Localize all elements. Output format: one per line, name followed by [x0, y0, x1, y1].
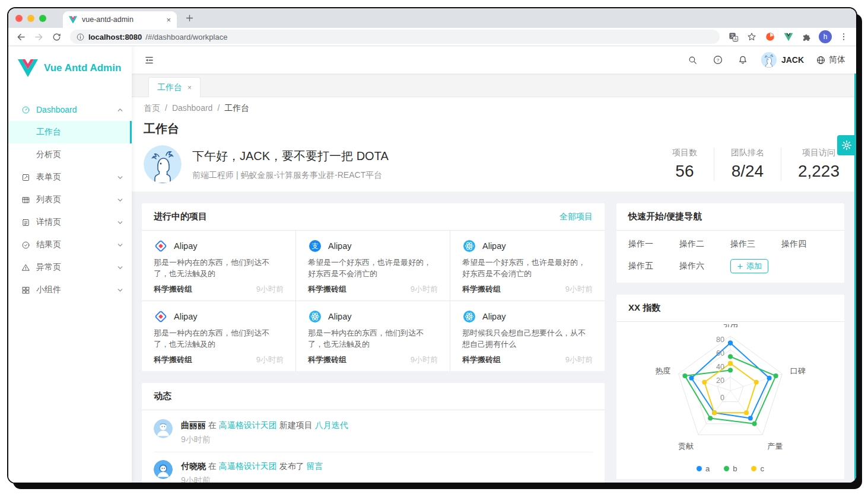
stat-项目访问: 项目访问2,223 [781, 148, 844, 181]
legend-item-c[interactable]: c [751, 464, 764, 473]
new-tab-button[interactable] [182, 11, 197, 26]
notification-bell-icon[interactable] [736, 53, 749, 66]
user-name: JACK [781, 55, 804, 65]
bookmark-star-icon[interactable] [745, 30, 758, 43]
svg-text:口碑: 口碑 [790, 366, 806, 375]
project-group[interactable]: 科学搬砖组 [154, 355, 192, 365]
translate-icon[interactable]: 文A [727, 30, 740, 43]
settings-gear-button[interactable] [837, 135, 856, 155]
tab-close-icon[interactable]: × [166, 15, 171, 24]
project-desc: 希望是一个好东西，也许是最好的，好东西是不会消亡的 [308, 257, 438, 279]
sidebar-item-小组件[interactable]: 小组件 [8, 279, 132, 301]
stat-label: 项目数 [672, 148, 697, 158]
svg-text:引用: 引用 [723, 324, 738, 328]
quick-link-操作一[interactable]: 操作一 [628, 239, 679, 250]
extensions-puzzle-icon[interactable] [800, 30, 813, 43]
all-projects-link[interactable]: 全部项目 [559, 212, 593, 222]
sidebar-item-Dashboard[interactable]: Dashboard [8, 98, 132, 121]
project-name[interactable]: Alipay [174, 312, 198, 321]
activity-object-link[interactable]: 八月迭代 [315, 420, 348, 430]
breadcrumb-home[interactable]: 首页 [144, 103, 160, 114]
project-group[interactable]: 科学搬砖组 [308, 355, 346, 365]
quick-link-操作五[interactable]: 操作五 [628, 261, 679, 272]
user-avatar [761, 52, 777, 68]
app-logo[interactable]: Vue Antd Admin [8, 46, 132, 81]
browser-tab-strip: vue-antd-admin × [8, 8, 856, 28]
vue-favicon-icon [69, 16, 77, 24]
project-name[interactable]: Alipay [482, 241, 506, 251]
svg-text:0: 0 [720, 394, 724, 402]
project-name[interactable]: Alipay [482, 312, 506, 321]
sidebar-item-结果页[interactable]: 结果页 [8, 234, 132, 256]
refresh-icon[interactable] [50, 30, 63, 43]
project-card[interactable]: 支Alipay希望是一个好东西，也许是最好的，好东西是不会消亡的科学搬砖组9小时… [296, 231, 450, 301]
language-switcher[interactable]: 简体 [816, 55, 845, 65]
quick-link-操作六[interactable]: 操作六 [679, 261, 730, 272]
browser-menu-kebab-icon[interactable] [837, 30, 850, 43]
project-card[interactable]: Alipay那是一种内在的东西，他们到达不了，也无法触及的科学搬砖组9小时前 [296, 301, 450, 371]
react-icon [308, 309, 322, 324]
menu-fold-icon[interactable] [142, 53, 155, 66]
vue-devtools-icon[interactable] [782, 30, 795, 43]
legend-item-a[interactable]: a [697, 464, 710, 473]
project-time: 9小时前 [256, 284, 284, 295]
project-group[interactable]: 科学搬砖组 [308, 284, 346, 295]
browser-profile-avatar[interactable]: h [819, 30, 832, 43]
quick-link-操作三[interactable]: 操作三 [730, 239, 781, 250]
help-icon[interactable]: ? [711, 53, 724, 66]
user-description: 前端工程师 | 蚂蚁金服-计算服务事业群-REACT平台 [192, 170, 389, 181]
project-name[interactable]: Alipay [328, 312, 352, 321]
sidebar-item-异常页[interactable]: 异常页 [8, 256, 132, 279]
sidebar-item-列表页[interactable]: 列表页 [8, 189, 132, 211]
sidebar-item-表单页[interactable]: 表单页 [8, 166, 132, 189]
project-card[interactable]: Alipay那是一种内在的东西，他们到达不了，也无法触及的科学搬砖组9小时前 [142, 301, 296, 371]
project-group[interactable]: 科学搬砖组 [462, 284, 501, 295]
activity-team-link[interactable]: 高逼格设计天团 [219, 461, 277, 471]
sidebar-item-label: Dashboard [36, 105, 77, 114]
screenshot-background: vue-antd-admin × localhost:8080/#/dashbo… [0, 0, 868, 495]
sidebar-item-label: 结果页 [36, 239, 61, 250]
svg-text:产量: 产量 [767, 442, 783, 451]
close-window-button[interactable] [15, 15, 23, 22]
activity-object-link[interactable]: 留言 [307, 461, 323, 471]
sidebar-item-详情页[interactable]: 详情页 [8, 211, 132, 234]
legend-item-b[interactable]: b [724, 464, 737, 473]
page-tab-close-icon[interactable]: × [187, 84, 192, 92]
project-card[interactable]: Alipay那时候我只会想自己想要什么，从不想自己拥有什么科学搬砖组9小时前 [450, 301, 605, 371]
radar-svg: 020406080引用口碑产量贡献热度 [628, 324, 832, 464]
add-quick-link-button[interactable]: 添加 [730, 259, 768, 273]
address-bar[interactable]: localhost:8080/#/dashboard/workplace [70, 30, 720, 44]
activity-team-link[interactable]: 高逼格设计天团 [219, 420, 277, 430]
sidebar-subitem-工作台[interactable]: 工作台 [8, 121, 132, 143]
sidebar: Vue Antd Admin Dashboard工作台分析页表单页列表页详情页结… [8, 46, 132, 483]
browser-tab[interactable]: vue-antd-admin × [63, 11, 177, 28]
minimize-window-button[interactable] [27, 15, 34, 22]
project-name[interactable]: Alipay [174, 241, 198, 251]
activity-item: 曲丽丽 在 高逼格设计天团 新建项目 八月迭代9小时前 [154, 411, 593, 452]
zoom-window-button[interactable] [39, 15, 46, 22]
breadcrumb-dashboard[interactable]: Dashboard [172, 103, 213, 114]
site-info-icon[interactable] [76, 33, 85, 41]
url-host: localhost:8080 [88, 33, 142, 41]
project-card[interactable]: Alipay那是一种内在的东西，他们到达不了，也无法触及的科学搬砖组9小时前 [142, 231, 296, 301]
quick-link-操作二[interactable]: 操作二 [679, 239, 730, 250]
react-icon [462, 239, 476, 253]
globe-icon [816, 55, 826, 65]
project-group[interactable]: 科学搬砖组 [154, 284, 192, 295]
search-icon[interactable] [686, 53, 700, 66]
back-icon[interactable] [14, 30, 27, 43]
toolbar-extensions: 文A h [727, 30, 850, 43]
extension-orange-icon[interactable] [764, 30, 777, 43]
sidebar-subitem-分析页[interactable]: 分析页 [8, 143, 132, 166]
stat-value: 2,223 [798, 162, 840, 181]
page-tab-workplace[interactable]: 工作台 × [148, 77, 201, 97]
svg-text:40: 40 [716, 363, 724, 371]
language-label: 简体 [829, 55, 845, 65]
project-name[interactable]: Alipay [328, 241, 352, 251]
project-group[interactable]: 科学搬砖组 [462, 355, 501, 365]
quick-link-操作四[interactable]: 操作四 [781, 239, 832, 250]
page-scroll-area[interactable]: 首页 / Dashboard / 工作台 工作台 下午好，JACK，要不要打一把… [132, 97, 856, 483]
user-menu[interactable]: JACK [761, 52, 804, 68]
project-time: 9小时前 [411, 284, 438, 295]
project-card[interactable]: Alipay希望是一个好东西，也许是最好的，好东西是不会消亡的科学搬砖组9小时前 [450, 231, 605, 301]
